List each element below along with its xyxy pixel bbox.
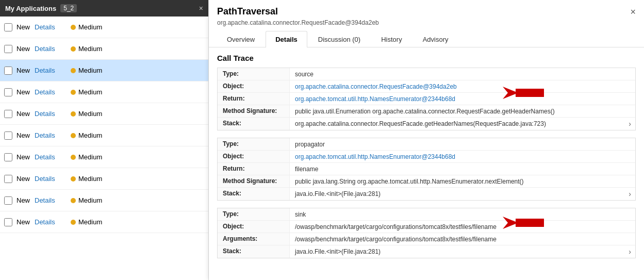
trace-value: public java.lang.String org.apache.tomca… xyxy=(290,176,635,187)
row-status: New xyxy=(16,153,35,161)
tab-history[interactable]: History xyxy=(371,31,411,47)
trace-value[interactable]: org.apache.tomcat.util.http.NamesEnumera… xyxy=(290,93,635,105)
modal-close-button[interactable]: × xyxy=(630,7,636,17)
row-status: New xyxy=(16,175,35,183)
tab-discussion--0-[interactable]: Discussion (0) xyxy=(308,31,370,47)
trace-value: propagator xyxy=(290,139,635,150)
severity-dot xyxy=(71,25,76,30)
trace-value[interactable]: org.apache.tomcat.util.http.NamesEnumera… xyxy=(290,151,635,162)
row-severity: Medium xyxy=(71,45,102,53)
tab-overview[interactable]: Overview xyxy=(217,31,265,47)
trace-label: Object: xyxy=(218,80,290,92)
table-row[interactable]: New Details Medium xyxy=(0,211,208,233)
left-panel: My Applications 5_2 × New Details Medium… xyxy=(0,0,209,280)
chevron-right-icon[interactable]: › xyxy=(629,190,635,198)
chevron-right-icon[interactable]: › xyxy=(629,248,635,256)
row-checkbox[interactable] xyxy=(4,131,12,140)
modal-tabs: OverviewDetailsDiscussion (0)HistoryAdvi… xyxy=(217,30,636,47)
table-row[interactable]: New Details Medium xyxy=(0,81,208,103)
severity-dot xyxy=(71,68,76,73)
row-details-link[interactable]: Details xyxy=(35,131,71,139)
row-checkbox[interactable] xyxy=(4,23,12,31)
row-severity: Medium xyxy=(71,218,102,226)
row-severity: Medium xyxy=(71,23,102,31)
tab-advisory[interactable]: Advisory xyxy=(413,31,458,47)
trace-row: Object:org.apache.catalina.connector.Req… xyxy=(218,80,635,93)
trace-label: Method Signature: xyxy=(218,175,290,187)
row-checkbox[interactable] xyxy=(4,88,12,96)
table-row[interactable]: New Details Medium xyxy=(0,146,208,168)
left-panel-badge: 5_2 xyxy=(60,4,77,12)
severity-dot xyxy=(71,220,76,225)
row-severity: Medium xyxy=(71,88,102,96)
trace-row: Type:source xyxy=(218,68,635,80)
row-checkbox[interactable] xyxy=(4,218,12,226)
tab-details[interactable]: Details xyxy=(266,31,307,47)
trace-value: org.apache.catalina.connector.RequestFac… xyxy=(290,118,629,129)
row-checkbox[interactable] xyxy=(4,153,12,161)
severity-dot xyxy=(71,155,76,160)
row-checkbox[interactable] xyxy=(4,175,12,183)
table-row[interactable]: New Details Medium xyxy=(0,125,208,146)
left-panel-rows: New Details Medium New Details Medium Ne… xyxy=(0,17,208,233)
row-checkbox[interactable] xyxy=(4,45,12,53)
trace-value: public java.util.Enumeration org.apache.… xyxy=(290,106,635,117)
right-panel: PathTraversal × org.apache.catalina.conn… xyxy=(209,0,644,280)
row-details-link[interactable]: Details xyxy=(35,196,71,204)
trace-row: Return:org.apache.tomcat.util.http.Names… xyxy=(218,93,635,105)
table-row[interactable]: New Details Medium xyxy=(0,190,208,211)
trace-row: Stack:org.apache.catalina.connector.Requ… xyxy=(218,118,635,130)
row-details-link[interactable]: Details xyxy=(35,45,71,53)
severity-dot xyxy=(71,133,76,138)
trace-row: Stack:java.io.File.<init>(File.java:281)… xyxy=(218,245,635,258)
table-row[interactable]: New Details Medium xyxy=(0,168,208,190)
trace-label: Type: xyxy=(218,68,290,80)
trace-label: Stack: xyxy=(218,245,290,258)
trace-block-0: Type:sourceObject:org.apache.catalina.co… xyxy=(217,68,636,130)
trace-value: /owasp/benchmark/target/cargo/configurat… xyxy=(290,221,635,233)
row-checkbox[interactable] xyxy=(4,67,12,75)
trace-label: Method Signature: xyxy=(218,105,290,117)
row-details-link[interactable]: Details xyxy=(35,218,71,226)
row-details-link[interactable]: Details xyxy=(35,153,71,161)
left-panel-close-icon[interactable]: × xyxy=(199,4,203,12)
row-status: New xyxy=(16,110,35,118)
table-row[interactable]: New Details Medium xyxy=(0,38,208,60)
chevron-right-icon[interactable]: › xyxy=(629,120,635,128)
trace-row: Arguments:/owasp/benchmark/target/cargo/… xyxy=(218,233,635,245)
row-details-link[interactable]: Details xyxy=(35,88,71,96)
trace-label: Type: xyxy=(218,138,290,150)
table-row[interactable]: New Details Medium xyxy=(0,60,208,81)
trace-row: Method Signature:public java.util.Enumer… xyxy=(218,105,635,118)
trace-block-1: Type:propagatorObject:org.apache.tomcat.… xyxy=(217,138,636,201)
row-checkbox[interactable] xyxy=(4,196,12,205)
row-details-link[interactable]: Details xyxy=(35,175,71,183)
left-panel-title: My Applications xyxy=(5,5,56,12)
row-severity: Medium xyxy=(71,67,102,74)
trace-value: java.io.File.<init>(File.java:281) xyxy=(290,188,629,200)
row-severity: Medium xyxy=(71,110,102,118)
trace-value[interactable]: org.apache.catalina.connector.RequestFac… xyxy=(290,81,635,92)
trace-value: java.io.File.<init>(File.java:281) xyxy=(290,246,629,257)
trace-label: Type: xyxy=(218,208,290,220)
row-severity: Medium xyxy=(71,196,102,204)
row-checkbox[interactable] xyxy=(4,110,12,118)
trace-label: Return: xyxy=(218,93,290,105)
table-row[interactable]: New Details Medium xyxy=(0,103,208,125)
row-details-link[interactable]: Details xyxy=(35,67,71,74)
trace-row: Type:propagator xyxy=(218,138,635,151)
trace-blocks: Type:sourceObject:org.apache.catalina.co… xyxy=(217,68,636,258)
trace-value: source xyxy=(290,69,635,80)
trace-row: Method Signature:public java.lang.String… xyxy=(218,175,635,188)
trace-label: Arguments: xyxy=(218,233,290,245)
row-status: New xyxy=(16,131,35,139)
row-status: New xyxy=(16,45,35,53)
row-status: New xyxy=(16,218,35,226)
severity-dot xyxy=(71,111,76,117)
trace-row: Return:filename xyxy=(218,163,635,175)
modal-title: PathTraversal xyxy=(217,6,278,17)
table-row[interactable]: New Details Medium xyxy=(0,17,208,38)
row-details-link[interactable]: Details xyxy=(35,110,71,118)
trace-row: Type:sink xyxy=(218,208,635,221)
row-details-link[interactable]: Details xyxy=(35,23,71,31)
